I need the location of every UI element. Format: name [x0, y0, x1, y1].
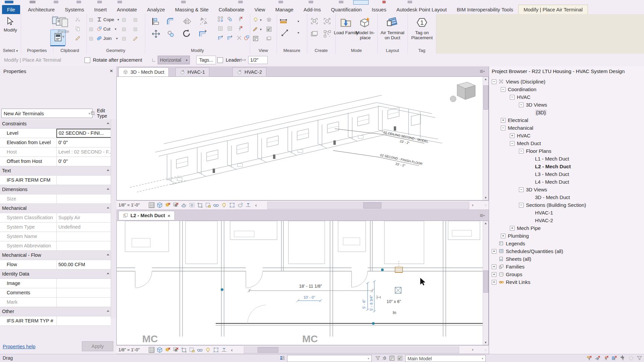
property-row-mark[interactable]: Mark	[0, 298, 111, 307]
property-value-system-classification[interactable]: Supply Air	[56, 213, 111, 222]
background-processes-icon[interactable]	[628, 355, 634, 361]
hscrollbar-top[interactable]	[267, 202, 469, 209]
design-options-icon[interactable]	[389, 355, 395, 361]
ribbon-tab-autodesk-point-layout[interactable]: Autodesk Point Layout	[391, 5, 452, 14]
design-option-dropdown[interactable]: Main Model▾	[405, 355, 486, 362]
measure-dropdown-1[interactable]: ▾	[298, 19, 299, 23]
temporary-isolate-icon[interactable]	[266, 26, 272, 32]
qat-icon-fragment[interactable]	[97, 1, 102, 3]
reveal-hidden-elements-icon[interactable]	[253, 17, 259, 23]
trim-extend-icon[interactable]	[198, 29, 207, 38]
demolish-icon[interactable]	[133, 17, 138, 22]
cope-icon[interactable]	[97, 17, 102, 22]
tags-button[interactable]: Tags...	[196, 54, 216, 66]
ribbon-tab-quantification[interactable]: Quantification	[326, 5, 367, 14]
properties-scrollbar[interactable]	[111, 119, 117, 318]
rotate-after-placement-option[interactable]: Rotate after placement	[85, 54, 142, 66]
remove-paint-icon[interactable]	[133, 27, 138, 32]
property-row-offset-from-host[interactable]: Offset from Host0' 0"	[0, 157, 111, 166]
property-group-dimensions[interactable]: Dimensions	[0, 185, 111, 194]
tree-item-groups[interactable]: +Groups	[489, 270, 644, 278]
tree-expand-icon[interactable]: +	[501, 234, 505, 238]
tree-item-sections-building-section[interactable]: −Sections (Building Section)	[489, 201, 644, 209]
reveal-hidden-icon[interactable]	[221, 202, 227, 208]
qat-icon-fragment[interactable]	[278, 1, 283, 3]
split-face-icon[interactable]	[133, 36, 138, 41]
property-value-offset-from-host[interactable]: 0' 0"	[56, 157, 111, 166]
property-group-text[interactable]: Text	[0, 166, 111, 176]
paste-button[interactable]: Paste	[53, 29, 74, 34]
rotate-checkbox[interactable]	[85, 57, 90, 63]
property-value-comments[interactable]	[56, 288, 111, 297]
qat-icon-fragment[interactable]	[309, 1, 313, 3]
model-inplace-button[interactable]: Model In-place	[351, 30, 379, 40]
ribbon-tab-analyze[interactable]: Analyze	[142, 5, 170, 14]
select-by-face-icon[interactable]	[611, 355, 617, 361]
duct-size-label[interactable]: 10" x 6"	[387, 299, 401, 304]
view-dropdown-2[interactable]: ▾	[260, 27, 262, 31]
detail-level-icon[interactable]	[149, 202, 155, 208]
leader-length-input[interactable]: 1/2"	[248, 54, 268, 66]
property-row-size[interactable]: Size	[0, 194, 111, 204]
panel-label-tag[interactable]: Tag	[408, 48, 436, 53]
property-row-host[interactable]: HostLevel : 02 SECOND - F...	[0, 147, 111, 157]
tree-item-floor-plans[interactable]: −Floor Plans	[489, 147, 644, 155]
analytical-model-icon[interactable]	[213, 347, 219, 353]
rotate-icon[interactable]	[182, 29, 191, 38]
property-row-system-classification[interactable]: System ClassificationSupply Air	[0, 213, 111, 223]
tree-item-schedules-quantities-all[interactable]: +Schedules/Quantities (all)	[489, 247, 644, 255]
tree-item-mechanical[interactable]: −Mechanical	[489, 124, 644, 132]
tree-item-plumbing[interactable]: +Plumbing	[489, 232, 644, 240]
property-row-comments[interactable]: Comments	[0, 288, 111, 298]
tree-expand-icon[interactable]: +	[492, 272, 496, 277]
level-annotation-1[interactable]: 02 CEILING SECOND - MODEL 23' - 2"	[381, 130, 429, 148]
tree-item-l4-mech-duct[interactable]: L4 - Mech Duct	[489, 178, 644, 186]
create-assembly-icon[interactable]	[310, 29, 319, 38]
crop-region-icon[interactable]	[205, 202, 211, 208]
view-list-menu-icon[interactable]	[479, 69, 485, 74]
resize-grip-top[interactable]: ⁙	[484, 203, 487, 207]
tree-item-mech-pipe[interactable]: +Mech Pipe	[489, 224, 644, 232]
property-value-ifs-air-term-cfm[interactable]	[56, 176, 111, 185]
viewport-3d[interactable]: 02 CEILING SECOND - MODEL 23' - 2" 02 SE…	[116, 76, 489, 200]
ribbon-tab-bim-interoperability-tools[interactable]: BIM Interoperability Tools	[452, 5, 518, 14]
ribbon-tab-add-ins[interactable]: Add-Ins	[299, 5, 326, 14]
override-graphics-icon[interactable]	[253, 26, 259, 32]
qat-icon-fragment[interactable]	[5, 1, 13, 3]
pin-icon[interactable]	[237, 25, 243, 32]
ribbon-tab-architecture[interactable]: Architecture	[23, 5, 60, 14]
qat-icon-fragment[interactable]	[408, 1, 412, 3]
property-row-system-type[interactable]: System TypeUndefined	[0, 223, 111, 232]
modify-cursor-icon[interactable]	[5, 17, 15, 26]
paste-icon[interactable]	[58, 16, 69, 27]
edit-type-button[interactable]: Edit Type	[91, 109, 116, 118]
visual-style-icon[interactable]	[157, 347, 163, 353]
tree-item-l1-mech-duct[interactable]: L1 - Mech Duct	[489, 155, 644, 163]
tree-expand-icon[interactable]: −	[510, 95, 515, 100]
model-inplace-icon[interactable]	[358, 16, 371, 29]
create-group-icon[interactable]	[323, 17, 332, 25]
property-value-system-type[interactable]: Undefined	[56, 223, 111, 232]
tree-item-electrical[interactable]: +Electrical	[489, 116, 644, 124]
worksets-icon[interactable]	[279, 355, 285, 361]
exclude-options-icon[interactable]	[397, 355, 403, 361]
panel-label-mode[interactable]: Mode	[335, 48, 377, 53]
property-row-ifs-air-term-typ[interactable]: IFS AIR TERM TYP #	[0, 316, 111, 326]
tree-expand-icon[interactable]: −	[519, 149, 524, 154]
tree-expand-icon[interactable]: +	[510, 133, 515, 138]
analytical-model-icon[interactable]	[229, 202, 235, 208]
active-workset-dropdown[interactable]: ▾	[287, 355, 372, 362]
next-pan-icon-top[interactable]: ›	[472, 202, 473, 207]
panel-label-create[interactable]: Create	[307, 48, 335, 53]
select-underlay-icon[interactable]	[595, 355, 600, 361]
paint-icon[interactable]	[121, 36, 126, 41]
view-list-menu-icon-2[interactable]	[479, 213, 485, 219]
render-icon[interactable]	[181, 202, 187, 208]
paste-aligned-icon[interactable]	[89, 17, 94, 22]
qat-icon-fragment[interactable]	[30, 1, 36, 3]
tree-expand-icon[interactable]: +	[510, 226, 515, 231]
viewport-plan[interactable]: 18' - 11 1/8" 10' - 0" 5' - 6" 5' - 8 3/…	[116, 221, 489, 345]
property-value-flow[interactable]: 500.00 CFM	[56, 260, 111, 269]
level-annotation-2[interactable]: 02 SECOND - FINISH FLOOR 15' - 2"	[378, 153, 423, 171]
align-icon[interactable]	[151, 17, 160, 26]
